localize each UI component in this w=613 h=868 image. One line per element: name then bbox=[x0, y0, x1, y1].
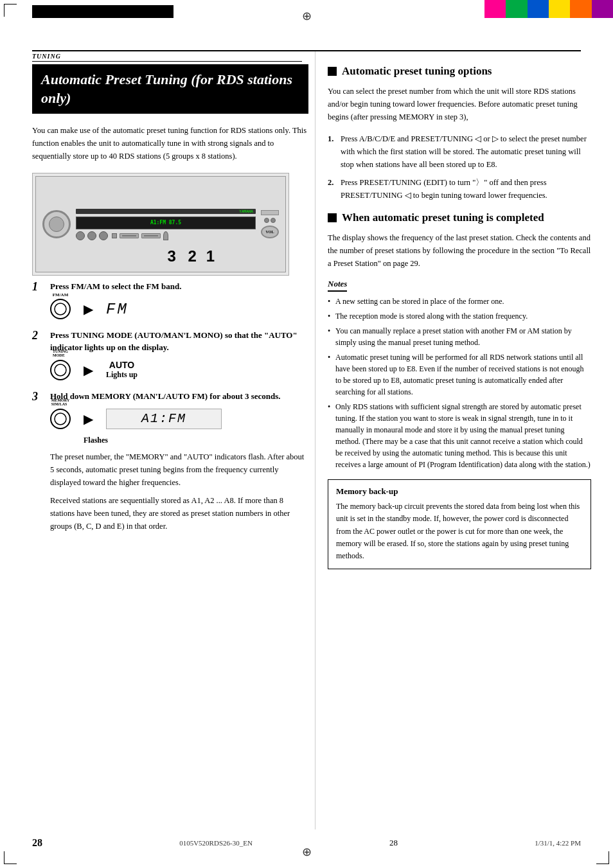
memory-icon: MEMORYSIM/LAS bbox=[50, 409, 71, 429]
step-2-title: Press TUNING MODE (AUTO/MAN'L MONO) so t… bbox=[50, 330, 308, 353]
note-2: The reception mode is stored along with … bbox=[328, 310, 591, 322]
section2-heading: When automatic preset tuning is complete… bbox=[342, 211, 544, 225]
step-1-number: 1 bbox=[32, 281, 45, 292]
notes-title: Notes bbox=[328, 279, 347, 292]
flashes-label: Flashes bbox=[84, 436, 308, 445]
step-3-title: Hold down MEMORY (MAN'L/AUTO FM) for abo… bbox=[50, 391, 281, 402]
step-3-arrow: ▶ bbox=[84, 411, 93, 427]
svg-point-2 bbox=[55, 413, 66, 425]
intro-text: You can make use of the automatic preset… bbox=[32, 124, 308, 163]
step-2-display: TUNINGMODE ▶ AUTO Lights up bbox=[50, 360, 308, 380]
step-2-number: 2 bbox=[32, 330, 45, 341]
color-bar-purple bbox=[592, 0, 613, 18]
footer-page: 28 bbox=[389, 838, 398, 848]
color-bar-green bbox=[506, 0, 527, 18]
bottom-registration-mark: ⊕ bbox=[302, 845, 312, 859]
fm-am-icon: FM/AM bbox=[50, 299, 71, 319]
section1-steps: 1. Press A/B/C/D/E and PRESET/TUNING ◁ o… bbox=[328, 132, 591, 202]
step-1-arrow: ▶ bbox=[84, 301, 93, 317]
step-2-auto-display: AUTO Lights up bbox=[106, 360, 138, 380]
color-bar-yellow bbox=[549, 0, 570, 18]
step-1-title: Press FM/AM to select the FM band. bbox=[50, 281, 181, 292]
left-column: Automatic Preset Tuning (for RDS station… bbox=[32, 64, 308, 543]
color-bar-orange bbox=[570, 0, 591, 18]
svg-point-1 bbox=[55, 364, 66, 376]
tuning-mode-icon: TUNINGMODE bbox=[50, 360, 71, 380]
note-3: You can manually replace a preset statio… bbox=[328, 325, 591, 348]
step-2-arrow: ▶ bbox=[84, 362, 93, 378]
notes-section: Notes A new setting can be stored in pla… bbox=[328, 279, 591, 470]
step-1-display: FM/AM ▶ FM bbox=[50, 299, 308, 319]
footer-file: 0105V520RDS26-30_EN bbox=[179, 839, 253, 847]
title-box: Automatic Preset Tuning (for RDS station… bbox=[32, 64, 308, 114]
step-3-display: MEMORYSIM/LAS ▶ A1:FM bbox=[50, 409, 308, 429]
note-5: Only RDS stations with sufficient signal… bbox=[328, 401, 591, 470]
footer-date: 1/31/1, 4:22 PM bbox=[535, 839, 581, 847]
device-diagram: YAMAHA A1:FM 87.5 bbox=[32, 173, 289, 276]
section-label: TUNING bbox=[32, 53, 302, 62]
page-title: Automatic Preset Tuning (for RDS station… bbox=[41, 71, 299, 107]
step-1: 1 Press FM/AM to select the FM band. FM/… bbox=[32, 281, 308, 319]
color-bar-magenta bbox=[484, 0, 506, 18]
step-3-header: 3 Hold down MEMORY (MAN'L/AUTO FM) for a… bbox=[32, 391, 308, 402]
diagram-number-3: 3 bbox=[168, 247, 176, 265]
step-1-header: 1 Press FM/AM to select the FM band. bbox=[32, 281, 308, 292]
step-2-header: 2 Press TUNING MODE (AUTO/MAN'L MONO) so… bbox=[32, 330, 308, 353]
step-1-fm-display: FM bbox=[106, 301, 129, 318]
page-number: 28 bbox=[32, 837, 42, 849]
step-2: 2 Press TUNING MODE (AUTO/MAN'L MONO) so… bbox=[32, 330, 308, 380]
right-column: Automatic preset tuning options You can … bbox=[328, 64, 591, 569]
section1-intro: You can select the preset number from wh… bbox=[328, 85, 591, 123]
section1-heading: Automatic preset tuning options bbox=[342, 64, 492, 78]
section1-step-1: 1. Press A/B/C/D/E and PRESET/TUNING ◁ o… bbox=[328, 132, 591, 171]
color-bar bbox=[484, 0, 613, 18]
step-3-number: 3 bbox=[32, 391, 45, 402]
diagram-number-1: 1 bbox=[206, 247, 215, 265]
note-4: Automatic preset tuning will be performe… bbox=[328, 351, 591, 398]
diagram-number-2: 2 bbox=[188, 247, 197, 265]
section1-icon bbox=[328, 67, 337, 76]
svg-point-0 bbox=[55, 303, 66, 315]
section2-icon bbox=[328, 213, 337, 222]
color-bar-blue bbox=[528, 0, 549, 18]
note-1: A new setting can be stored in place of … bbox=[328, 296, 591, 307]
section1-step-2: 2. Press PRESET/TUNING (EDIT) to turn "〉… bbox=[328, 176, 591, 202]
section2-title-row: When automatic preset tuning is complete… bbox=[328, 211, 591, 225]
memory-backup-box: Memory back-up The memory back-up circui… bbox=[328, 479, 591, 569]
step-3-flashes-display: A1:FM bbox=[106, 409, 222, 429]
step-3-content: The preset number, the "MEMORY" and "AUT… bbox=[50, 450, 308, 533]
crop-mark-tl bbox=[4, 4, 17, 17]
registration-mark: ⊕ bbox=[302, 9, 312, 23]
top-horizontal-rule bbox=[32, 50, 581, 51]
section2-text: The display shows the frequency of the l… bbox=[328, 231, 591, 270]
notes-list: A new setting can be stored in place of … bbox=[328, 296, 591, 470]
memory-backup-title: Memory back-up bbox=[336, 486, 583, 497]
section1-title-row: Automatic preset tuning options bbox=[328, 64, 591, 78]
crop-mark-br bbox=[596, 851, 609, 864]
top-bar-left bbox=[32, 5, 173, 18]
column-divider bbox=[315, 51, 315, 829]
step-3: 3 Hold down MEMORY (MAN'L/AUTO FM) for a… bbox=[32, 391, 308, 533]
memory-backup-text: The memory back-up circuit prevents the … bbox=[336, 500, 583, 562]
crop-mark-bl bbox=[4, 851, 17, 864]
